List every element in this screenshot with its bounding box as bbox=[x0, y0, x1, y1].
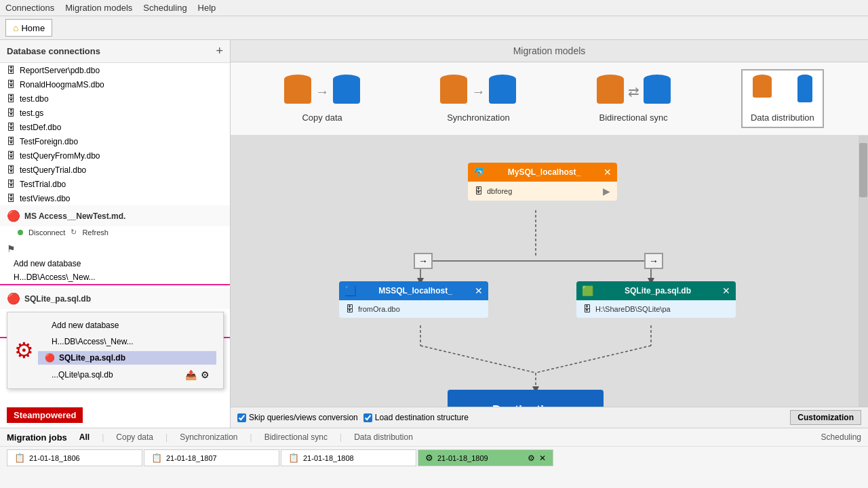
model-data-distribution[interactable]: Data distribution bbox=[741, 69, 824, 128]
model-icons-row: → Copy data → bbox=[231, 62, 868, 136]
jobs-tab-data-distrib[interactable]: Data distribution bbox=[350, 431, 417, 443]
content-area: Migration models → Copy data bbox=[231, 40, 868, 428]
skip-queries-checkbox[interactable] bbox=[237, 413, 246, 422]
load-dest-checkbox-label[interactable]: Load destination structure bbox=[363, 413, 469, 422]
list-item[interactable]: 🗄 TestForeign.dbo bbox=[0, 134, 230, 148]
mssql-close-button[interactable]: ✕ bbox=[475, 285, 483, 296]
sqlite-dest-node[interactable]: 🟩 SQLite_pa.sql.db ✕ 🗄 H:\ShareDB\SQLite… bbox=[576, 281, 736, 318]
settings-icon[interactable]: ⚙ bbox=[201, 369, 210, 380]
job-item[interactable]: 📋 21-01-18_1808 bbox=[281, 449, 416, 466]
add-new-db-label: Add new database bbox=[52, 321, 119, 330]
mssql-dest-node[interactable]: 🟦 MSSQL_localhost_ ✕ 🗄 fromOra.dbo bbox=[339, 281, 488, 318]
sqlite-icon: 🔴 bbox=[7, 292, 20, 305]
list-item[interactable]: H...DB\Access\_New... bbox=[0, 270, 230, 284]
conn-header-ms-access: 🔴 MS Access__NewTest.md. bbox=[0, 205, 230, 226]
arrow-box-left: → bbox=[414, 253, 433, 269]
list-item[interactable]: 🗄 test.dbo bbox=[0, 92, 230, 106]
export-icon[interactable]: 📤 bbox=[185, 369, 197, 380]
conn-name-sqlite: SQLite_pa.sql.db bbox=[24, 294, 91, 304]
list-item[interactable]: 🗄 test.gs bbox=[0, 106, 230, 120]
destination-node[interactable]: Destination bbox=[448, 390, 604, 407]
skip-queries-label: Skip queries/views conversion bbox=[249, 413, 358, 422]
watermark-text: Steampowered bbox=[14, 410, 76, 420]
jobs-panel: Migration jobs All | Copy data | Synchro… bbox=[0, 428, 868, 488]
disconnect-button-ms-access[interactable]: Disconnect bbox=[28, 228, 65, 237]
sqlite-db-name: H:\ShareDB\SQLite\pa bbox=[595, 305, 671, 313]
job-item[interactable]: 📋 21-01-18_1807 bbox=[144, 449, 279, 466]
list-item[interactable]: 🗄 testQueryFromMy.dbo bbox=[0, 148, 230, 163]
model-copy-data[interactable]: → Copy data bbox=[275, 70, 370, 127]
jobs-tab-sync[interactable]: Synchronization bbox=[176, 431, 241, 443]
list-item[interactable]: 🗄 ReportServer\pdb.dbo bbox=[0, 63, 230, 77]
toolbar: ⌂ Home bbox=[0, 16, 868, 40]
skip-queries-checkbox-label[interactable]: Skip queries/views conversion bbox=[237, 413, 358, 422]
expand-arrow-icon[interactable]: ▶ bbox=[603, 186, 610, 197]
customization-button[interactable]: Customization bbox=[790, 410, 861, 425]
refresh-button-ms-access[interactable]: Refresh bbox=[82, 228, 108, 237]
filter-row: ⚑ bbox=[0, 241, 230, 257]
list-item[interactable]: Add new database bbox=[38, 319, 216, 332]
mysql-node-header: 🐬 MySQL_localhost_ ✕ bbox=[468, 163, 617, 182]
job-id: 21-01-18_1808 bbox=[303, 454, 354, 462]
menu-migration-models[interactable]: Migration models bbox=[65, 3, 132, 13]
jobs-tab-all[interactable]: All bbox=[75, 431, 94, 443]
sidebar-title: Database connections bbox=[7, 46, 100, 56]
job-item-green[interactable]: ⚙ 21-01-18_1809 ⚙ ✕ bbox=[418, 449, 553, 466]
mysql-node-title: MySQL_localhost_ bbox=[508, 167, 580, 177]
list-item[interactable]: 🗄 RonaldHoogmaMS.dbo bbox=[0, 77, 230, 92]
svg-line-7 bbox=[420, 346, 536, 373]
db-cylinder-icon: 🗄 bbox=[346, 304, 354, 314]
refresh-icon-ms-access: ↻ bbox=[71, 228, 77, 237]
home-label: Home bbox=[21, 23, 45, 33]
list-item[interactable]: 🗄 TestTrial.dbo bbox=[0, 177, 230, 191]
mysql-close-button[interactable]: ✕ bbox=[604, 167, 612, 178]
job-id: 21-01-18_1806 bbox=[29, 454, 80, 462]
model-synchronization[interactable]: → Synchronization bbox=[431, 70, 526, 127]
db-item-label: testViews.dbo bbox=[20, 194, 71, 203]
conn-icon: 🔴 bbox=[45, 353, 55, 363]
job-item[interactable]: 📋 21-01-18_1806 bbox=[7, 449, 142, 466]
load-dest-checkbox[interactable] bbox=[363, 413, 372, 422]
mssql-db-name: fromOra.dbo bbox=[358, 305, 400, 313]
conn-header-sqlite: 🔴 SQLite_pa.sql.db bbox=[0, 288, 230, 309]
model-bidirectional-sync[interactable]: ⇄ Bidirectional sync bbox=[587, 70, 680, 127]
list-item[interactable]: 🗄 testQueryTrial.dbo bbox=[0, 163, 230, 177]
menu-scheduling[interactable]: Scheduling bbox=[143, 3, 186, 13]
list-item[interactable]: ...QLite\pa.sql.db 📤 ⚙ bbox=[38, 367, 216, 382]
sqlite-close-button[interactable]: ✕ bbox=[722, 285, 730, 296]
add-connection-button[interactable]: + bbox=[216, 44, 223, 58]
list-item[interactable]: Add new database bbox=[0, 257, 230, 270]
migration-models-header: Migration models bbox=[231, 40, 868, 62]
list-item[interactable]: H...DB\Access\_New... bbox=[38, 335, 216, 348]
sidebar-header: Database connections + bbox=[0, 40, 230, 63]
list-item[interactable]: 🗄 testDef.dbo bbox=[0, 120, 230, 134]
arrow-box-right: → bbox=[644, 253, 663, 269]
jobs-list: 📋 21-01-18_1806 📋 21-01-18_1807 📋 21-01-… bbox=[0, 447, 868, 469]
menu-connections[interactable]: Connections bbox=[5, 3, 54, 13]
job-close-icon[interactable]: ✕ bbox=[539, 453, 546, 463]
sqlite-node-header: 🟩 SQLite_pa.sql.db ✕ bbox=[576, 281, 736, 300]
bidir-visual: ⇄ bbox=[595, 75, 672, 108]
job-id: 21-01-18_1809 bbox=[437, 454, 488, 462]
canvas-scrollbar-thumb[interactable] bbox=[859, 143, 867, 197]
db-icon: 🗄 bbox=[7, 122, 16, 132]
menu-bar: Connections Migration models Scheduling … bbox=[0, 0, 868, 16]
mssql-node-body: 🗄 fromOra.dbo bbox=[339, 300, 488, 318]
mysql-source-node[interactable]: 🐬 MySQL_localhost_ ✕ 🗄 dbforeg ▶ bbox=[468, 163, 617, 201]
list-item[interactable]: 🗄 testViews.dbo bbox=[0, 191, 230, 205]
home-button[interactable]: ⌂ Home bbox=[5, 19, 52, 37]
job-icon: 📋 bbox=[288, 453, 299, 463]
popup-row: ⚙ Add new database H...DB\Access\_New...… bbox=[12, 317, 219, 384]
jobs-tab-copy-data[interactable]: Copy data bbox=[112, 431, 157, 443]
ms-access-icon: 🔴 bbox=[7, 209, 20, 222]
menu-help[interactable]: Help bbox=[198, 3, 216, 13]
canvas[interactable]: → → 🐬 MySQL_localhost_ ✕ 🗄 dbforeg ▶ 🟦 bbox=[231, 136, 868, 407]
canvas-scrollbar[interactable] bbox=[859, 136, 868, 407]
bottom-bar: Skip queries/views conversion Load desti… bbox=[231, 407, 868, 428]
scheduling-button[interactable]: Scheduling bbox=[821, 432, 861, 442]
job-settings-icon[interactable]: ⚙ bbox=[528, 453, 535, 463]
add-db-label: Add new database bbox=[14, 259, 81, 268]
db-icon: 🗄 bbox=[7, 65, 16, 75]
data-distrib-label: Data distribution bbox=[751, 113, 814, 123]
jobs-tab-bidir-sync[interactable]: Bidirectional sync bbox=[260, 431, 332, 443]
